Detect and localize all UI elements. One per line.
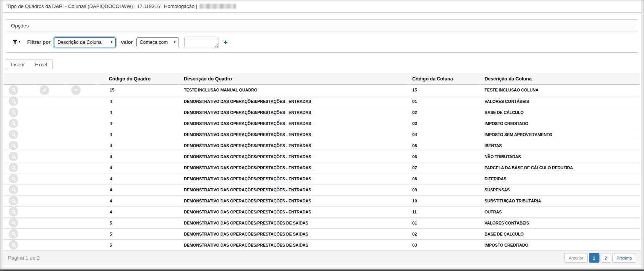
options-panel: Opções ▾ Filtrar por Descrição da Coluna… <box>6 19 638 53</box>
codigo-coluna-cell: 06 <box>408 151 481 162</box>
codigo-quadro-cell: 4 <box>97 184 179 195</box>
excel-button[interactable]: Excel <box>30 59 53 70</box>
magnifier-icon <box>11 242 16 248</box>
view-record-button[interactable] <box>9 174 18 183</box>
descricao-quadro-cell: DEMONSTRATIVO DAS OPERAÇÕES/PRESTAÇÕES -… <box>179 206 408 217</box>
view-record-button[interactable] <box>9 163 18 172</box>
codigo-coluna-cell: 05 <box>408 140 481 151</box>
descricao-coluna-cell: OUTRAS <box>481 206 641 217</box>
magnifier-icon <box>11 132 16 137</box>
descricao-coluna-cell: BASE DE CÁLCULO <box>481 107 641 118</box>
descricao-quadro-cell: DEMONSTRATIVO DAS OPERAÇÕES/PRESTAÇÕES -… <box>179 96 408 107</box>
codigo-quadro-cell: 5 <box>97 228 179 239</box>
codigo-quadro-cell: 4 <box>97 195 179 206</box>
close-icon: ✕ <box>74 88 78 92</box>
descricao-coluna-cell: IMPOSTO CREDITADO <box>481 118 641 129</box>
codigo-quadro-cell: 4 <box>97 129 179 140</box>
filter-operator-select[interactable]: Começa com <box>136 37 179 47</box>
view-record-button[interactable] <box>9 207 18 216</box>
codigo-coluna-cell: 08 <box>408 173 481 184</box>
table-row: ✕ 4 DEMONSTRATIVO DAS OPERAÇÕES/PRESTAÇÕ… <box>3 118 641 129</box>
table-row: ✕ 4 DEMONSTRATIVO DAS OPERAÇÕES/PRESTAÇÕ… <box>3 129 641 140</box>
filter-operator-select-wrap: Começa com ▼ <box>136 37 179 47</box>
magnifier-icon <box>11 99 16 104</box>
descricao-coluna-cell: SUSPENSAS <box>481 184 641 195</box>
table-row: ✕ 4 DEMONSTRATIVO DAS OPERAÇÕES/PRESTAÇÕ… <box>3 107 641 118</box>
magnifier-icon <box>11 154 16 159</box>
value-label: valor <box>121 39 133 45</box>
filter-funnel-button[interactable]: ▾ <box>12 39 21 45</box>
header-action-view <box>3 73 34 85</box>
filter-field-select[interactable]: Descrição da Coluna <box>54 37 116 47</box>
descricao-quadro-cell: DEMONSTRATIVO DAS OPERAÇÕES/PRESTAÇÕES -… <box>179 118 408 129</box>
descricao-coluna-cell: BASE DE CÁLCULO <box>481 228 641 239</box>
filter-field-select-wrap: Descrição da Coluna ▼ <box>54 37 116 47</box>
codigo-quadro-cell: 4 <box>97 206 179 217</box>
codigo-coluna-cell: 10 <box>408 195 481 206</box>
descricao-quadro-cell: DEMONSTRATIVO DAS OPERAÇÕES/PRESTAÇÕES -… <box>179 184 408 195</box>
next-page-button[interactable]: Próxima <box>612 253 636 263</box>
codigo-coluna-cell: 04 <box>408 129 481 140</box>
page-title: Tipo de Quadros da DAPI - Colunas (DAPIQ… <box>7 3 197 9</box>
table-row: ✕ 4 DEMONSTRATIVO DAS OPERAÇÕES/PRESTAÇÕ… <box>3 206 641 217</box>
edit-record-button[interactable] <box>40 85 49 95</box>
table-row: ✕ 4 DEMONSTRATIVO DAS OPERAÇÕES/PRESTAÇÕ… <box>3 96 641 107</box>
codigo-quadro-cell: 5 <box>97 217 179 228</box>
header-codigo-quadro: Código do Quadro <box>97 73 179 85</box>
page-1-button[interactable]: 1 <box>589 253 599 263</box>
view-record-button[interactable] <box>9 107 18 117</box>
descricao-coluna-cell: DIFERIDAS <box>481 173 641 184</box>
view-record-button[interactable] <box>9 229 18 239</box>
funnel-icon <box>12 39 18 45</box>
codigo-quadro-cell: 15 <box>97 85 179 96</box>
magnifier-icon <box>11 187 16 192</box>
data-grid: Código do Quadro Descrição do Quadro Cód… <box>3 73 641 251</box>
previous-page-button[interactable]: Anterior <box>564 253 588 263</box>
table-row: ✕ 4 DEMONSTRATIVO DAS OPERAÇÕES/PRESTAÇÕ… <box>3 140 641 151</box>
table-row: ✕ 5 DEMONSTRATIVO DAS OPERAÇÕES/PRESTAÇÕ… <box>3 239 641 250</box>
descricao-coluna-cell: NÃO TRIBUTADAS <box>481 151 641 162</box>
table-row: ✕ 4 DEMONSTRATIVO DAS OPERAÇÕES/PRESTAÇÕ… <box>3 173 641 184</box>
pagination: Anterior 1 2 Próxima <box>564 253 636 263</box>
view-record-button[interactable] <box>9 141 18 150</box>
view-record-button[interactable] <box>9 96 18 106</box>
magnifier-icon <box>11 220 16 226</box>
magnifier-icon <box>11 231 16 237</box>
descricao-quadro-cell: DEMONSTRATIVO DAS OPERAÇÕES/PRESTAÇÕES -… <box>179 107 408 118</box>
pencil-icon <box>42 88 47 93</box>
toolbar: Inserir Excel <box>6 59 53 70</box>
descricao-coluna-cell: PARCELA DA BASE DE CÁLCULO REDUZIDA <box>481 162 641 173</box>
view-record-button[interactable] <box>9 218 18 228</box>
magnifier-icon <box>11 121 16 126</box>
add-filter-button[interactable]: + <box>223 38 228 46</box>
header-descricao-quadro: Descrição do Quadro <box>179 73 408 85</box>
table-row: ✕ 4 DEMONSTRATIVO DAS OPERAÇÕES/PRESTAÇÕ… <box>3 184 641 195</box>
descricao-quadro-cell: DEMONSTRATIVO DAS OPERAÇÕES/PRESTAÇÕES -… <box>179 151 408 162</box>
descricao-coluna-cell: IMPOSTO SEM APROVEITAMENTO <box>481 129 641 140</box>
descricao-quadro-cell: DEMONSTRATIVO DAS OPERAÇÕES/PRESTAÇÕES -… <box>179 162 408 173</box>
codigo-quadro-cell: 4 <box>97 151 179 162</box>
view-record-button[interactable] <box>9 185 18 194</box>
view-record-button[interactable] <box>9 130 18 139</box>
header-descricao-coluna: Descrição da Coluna <box>481 73 641 85</box>
table-header-row: Código do Quadro Descrição do Quadro Cód… <box>3 73 641 85</box>
codigo-quadro-cell: 4 <box>97 107 179 118</box>
view-record-button[interactable] <box>9 85 18 95</box>
codigo-quadro-cell: 5 <box>97 239 179 250</box>
filter-value-input[interactable] <box>184 37 218 48</box>
insert-button[interactable]: Inserir <box>6 59 30 70</box>
page-2-button[interactable]: 2 <box>601 253 611 263</box>
view-record-button[interactable] <box>9 196 18 205</box>
delete-record-button[interactable]: ✕ <box>71 85 81 95</box>
codigo-quadro-cell: 4 <box>97 118 179 129</box>
descricao-quadro-cell: DEMONSTRATIVO DAS OPERAÇÕES/PRESTAÇÕES -… <box>179 129 408 140</box>
codigo-quadro-cell: 4 <box>97 173 179 184</box>
codigo-coluna-cell: 07 <box>408 162 481 173</box>
codigo-coluna-cell: 15 <box>408 85 481 96</box>
view-record-button[interactable] <box>9 240 18 250</box>
view-record-button[interactable] <box>9 152 18 161</box>
magnifier-icon <box>11 165 16 170</box>
filter-row: ▾ Filtrar por Descrição da Coluna ▼ valo… <box>6 32 638 52</box>
descricao-quadro-cell: DEMONSTRATIVO DAS OPERAÇÕES/PRESTAÇÕES -… <box>179 140 408 151</box>
view-record-button[interactable] <box>9 119 18 128</box>
